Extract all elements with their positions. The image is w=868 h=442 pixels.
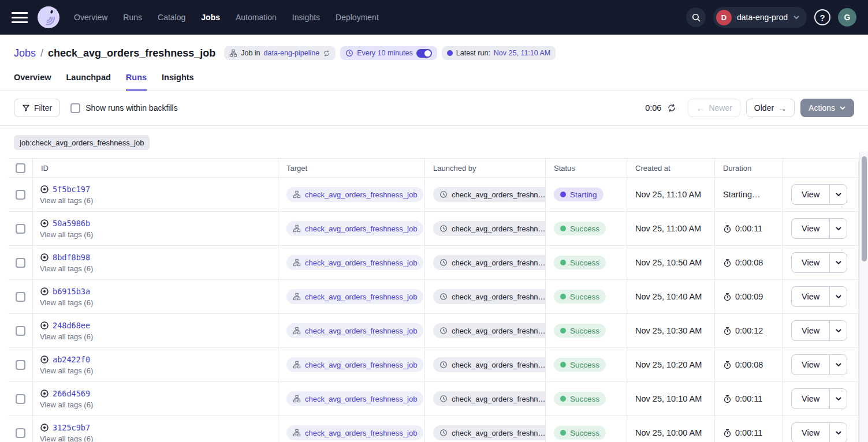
target-job-link[interactable]: check_avg_orders_freshness_job bbox=[305, 429, 417, 437]
job-tabs: Overview Launchpad Runs Insights bbox=[0, 60, 868, 91]
view-dropdown-button[interactable] bbox=[829, 320, 847, 341]
view-button[interactable]: View bbox=[791, 252, 829, 273]
run-id-link[interactable]: b6915b3a bbox=[53, 287, 90, 296]
row-checkbox[interactable] bbox=[16, 224, 25, 234]
target-job-link[interactable]: check_avg_orders_freshness_job bbox=[305, 224, 417, 233]
view-button[interactable]: View bbox=[791, 218, 829, 239]
nav-item-overview[interactable]: Overview bbox=[74, 13, 107, 22]
user-avatar[interactable]: G bbox=[838, 8, 856, 27]
run-id-link[interactable]: ab2422f0 bbox=[53, 355, 90, 364]
table-row: ab2422f0 View all tags (6) check_avg_ord… bbox=[9, 348, 859, 382]
launched-by-pill[interactable]: check_avg_orders_freshn… bbox=[433, 255, 546, 270]
job-graph-icon bbox=[293, 293, 301, 301]
tab-insights[interactable]: Insights bbox=[162, 73, 194, 91]
launched-by-pill[interactable]: check_avg_orders_freshn… bbox=[433, 425, 546, 440]
view-dropdown-button[interactable] bbox=[829, 184, 847, 205]
backfills-checkbox[interactable] bbox=[70, 103, 80, 113]
tab-runs[interactable]: Runs bbox=[126, 73, 147, 91]
select-all-checkbox[interactable] bbox=[16, 163, 25, 173]
view-dropdown-button[interactable] bbox=[829, 218, 847, 239]
target-job-link[interactable]: check_avg_orders_freshness_job bbox=[305, 293, 417, 301]
dagster-logo-icon[interactable] bbox=[37, 6, 60, 29]
launched-by-pill[interactable]: check_avg_orders_freshn… bbox=[433, 357, 546, 372]
row-checkbox[interactable] bbox=[16, 360, 25, 370]
status-dot-icon bbox=[560, 294, 566, 299]
runs-toolbar: Filter Show runs within backfills 0:06 ←… bbox=[0, 91, 868, 126]
filter-button[interactable]: Filter bbox=[14, 99, 60, 117]
tab-launchpad[interactable]: Launchpad bbox=[66, 73, 111, 91]
actions-button[interactable]: Actions bbox=[800, 99, 854, 117]
run-id-link[interactable]: 266d4569 bbox=[53, 389, 90, 398]
status-dot-icon bbox=[560, 192, 566, 197]
launched-by-pill[interactable]: check_avg_orders_freshn… bbox=[433, 289, 546, 304]
header-actions bbox=[783, 159, 859, 177]
target-job-link[interactable]: check_avg_orders_freshness_job bbox=[305, 361, 417, 369]
nav-item-runs[interactable]: Runs bbox=[123, 13, 142, 22]
view-all-tags-link[interactable]: View all tags (6) bbox=[40, 332, 93, 341]
row-checkbox[interactable] bbox=[16, 258, 25, 268]
view-all-tags-link[interactable]: View all tags (6) bbox=[40, 196, 93, 205]
refresh-countdown: 0:06 bbox=[645, 103, 661, 113]
row-checkbox[interactable] bbox=[16, 292, 25, 302]
older-button[interactable]: Older → bbox=[746, 99, 795, 117]
help-icon[interactable]: ? bbox=[814, 9, 830, 25]
job-graph-icon bbox=[229, 49, 237, 57]
launched-by-pill[interactable]: check_avg_orders_freshn… bbox=[433, 323, 546, 338]
nav-item-catalog[interactable]: Catalog bbox=[158, 13, 185, 22]
run-id-link[interactable]: 8bdf8b98 bbox=[53, 253, 90, 262]
view-dropdown-button[interactable] bbox=[829, 388, 847, 409]
launched-by-pill[interactable]: check_avg_orders_freshn… bbox=[433, 187, 546, 202]
view-button[interactable]: View bbox=[791, 422, 829, 442]
run-id-link[interactable]: 248d68ee bbox=[53, 321, 90, 330]
view-button[interactable]: View bbox=[791, 388, 829, 409]
workspace-switcher[interactable]: D data-eng-prod bbox=[713, 7, 807, 28]
scrollbar-thumb[interactable] bbox=[862, 156, 867, 261]
schedule-toggle[interactable] bbox=[416, 49, 432, 58]
target-icon bbox=[40, 219, 49, 228]
target-job-link[interactable]: check_avg_orders_freshness_job bbox=[305, 190, 417, 199]
target-job-link[interactable]: check_avg_orders_freshness_job bbox=[305, 327, 417, 335]
nav-item-deployment[interactable]: Deployment bbox=[336, 13, 379, 22]
view-all-tags-link[interactable]: View all tags (6) bbox=[40, 400, 93, 409]
active-filter-tag[interactable]: job:check_avg_orders_freshness_job bbox=[14, 135, 150, 150]
target-job-link[interactable]: check_avg_orders_freshness_job bbox=[305, 259, 417, 267]
nav-item-automation[interactable]: Automation bbox=[236, 13, 277, 22]
row-checkbox[interactable] bbox=[16, 326, 25, 336]
view-all-tags-link[interactable]: View all tags (6) bbox=[40, 434, 93, 442]
view-dropdown-button[interactable] bbox=[829, 252, 847, 273]
tab-overview[interactable]: Overview bbox=[14, 73, 51, 91]
target-icon bbox=[40, 185, 49, 194]
newer-button[interactable]: ← Newer bbox=[688, 99, 740, 117]
search-icon[interactable] bbox=[686, 8, 706, 27]
view-button[interactable]: View bbox=[791, 184, 829, 205]
nav-item-jobs[interactable]: Jobs bbox=[201, 13, 220, 22]
view-dropdown-button[interactable] bbox=[829, 422, 847, 442]
view-button[interactable]: View bbox=[791, 286, 829, 307]
row-checkbox[interactable] bbox=[16, 428, 25, 438]
latest-run-link[interactable]: Nov 25, 11:10 AM bbox=[494, 49, 550, 57]
breadcrumb-jobs-link[interactable]: Jobs bbox=[14, 47, 36, 59]
target-icon bbox=[40, 253, 49, 262]
row-checkbox[interactable] bbox=[16, 190, 25, 200]
target-job-link[interactable]: check_avg_orders_freshness_job bbox=[305, 395, 417, 403]
pipeline-link[interactable]: data-eng-pipeline bbox=[264, 49, 320, 57]
refresh-icon[interactable] bbox=[667, 103, 676, 113]
nav-item-insights[interactable]: Insights bbox=[292, 13, 320, 22]
view-button[interactable]: View bbox=[791, 354, 829, 375]
view-dropdown-button[interactable] bbox=[829, 286, 847, 307]
view-all-tags-link[interactable]: View all tags (6) bbox=[40, 366, 93, 375]
vertical-scrollbar[interactable] bbox=[859, 152, 868, 442]
view-all-tags-link[interactable]: View all tags (6) bbox=[40, 230, 93, 239]
launched-by-pill[interactable]: check_avg_orders_freshn… bbox=[433, 221, 546, 236]
sync-icon[interactable] bbox=[323, 50, 330, 57]
launched-by-pill[interactable]: check_avg_orders_freshn… bbox=[433, 391, 546, 406]
view-button[interactable]: View bbox=[791, 320, 829, 341]
menu-icon[interactable] bbox=[12, 12, 28, 23]
row-checkbox[interactable] bbox=[16, 394, 25, 404]
view-all-tags-link[interactable]: View all tags (6) bbox=[40, 298, 93, 307]
run-id-link[interactable]: 50a5986b bbox=[53, 219, 90, 228]
view-all-tags-link[interactable]: View all tags (6) bbox=[40, 264, 93, 273]
run-id-link[interactable]: 3125c9b7 bbox=[53, 423, 90, 432]
view-dropdown-button[interactable] bbox=[829, 354, 847, 375]
run-id-link[interactable]: 5f5bc197 bbox=[53, 185, 90, 194]
